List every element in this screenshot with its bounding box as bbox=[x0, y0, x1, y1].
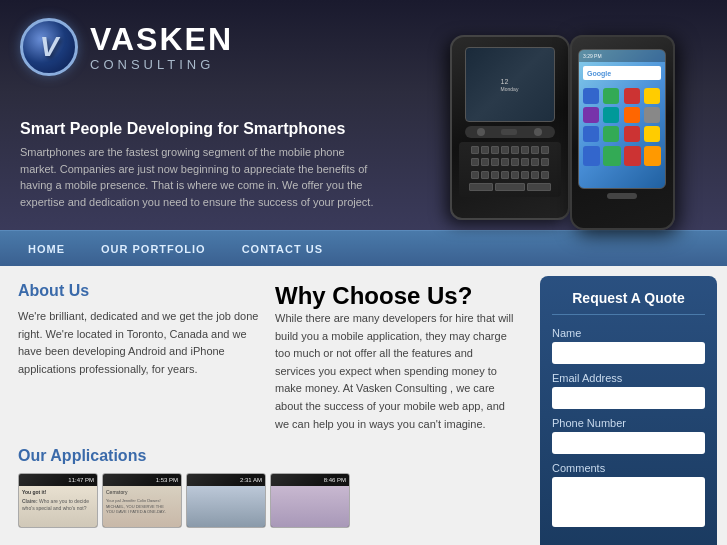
name-label: Name bbox=[552, 327, 705, 339]
app-thumb-inner-2: 1:53 PM Cemstory Your pal Jennifer Colin… bbox=[103, 474, 181, 527]
nav-contact[interactable]: CONTACT US bbox=[224, 231, 341, 267]
app-icon-6 bbox=[603, 107, 619, 123]
app-icon-7 bbox=[624, 107, 640, 123]
email-input[interactable] bbox=[552, 387, 705, 409]
thumb-top-2: 1:53 PM bbox=[103, 474, 181, 486]
comments-label: Comments bbox=[552, 462, 705, 474]
about-section: About Us We're brilliant, dedicated and … bbox=[18, 282, 259, 433]
dock-icon-1 bbox=[583, 146, 600, 166]
thumb-time-1: 11:47 PM bbox=[68, 477, 94, 483]
dock-icon-2 bbox=[603, 146, 620, 166]
app-icon-5 bbox=[583, 107, 599, 123]
email-label: Email Address bbox=[552, 372, 705, 384]
thumb-top-1: 11:47 PM bbox=[19, 474, 97, 486]
dock-icon-3 bbox=[624, 146, 641, 166]
app-thumb-4: 8:46 PM bbox=[270, 473, 350, 528]
nav-portfolio[interactable]: OUR PORTFOLIO bbox=[83, 231, 224, 267]
name-group: Name bbox=[552, 327, 705, 364]
app-icon-10 bbox=[603, 126, 619, 142]
phone-input[interactable] bbox=[552, 432, 705, 454]
comments-textarea[interactable] bbox=[552, 477, 705, 527]
email-group: Email Address bbox=[552, 372, 705, 409]
logo-area: V Vasken Consulting bbox=[20, 18, 233, 76]
app-thumb-inner-1: 11:47 PM You got it! Claire: Who are you… bbox=[19, 474, 97, 527]
apps-heading: Our Applications bbox=[18, 447, 516, 465]
thumb-content-4 bbox=[271, 486, 349, 527]
app-thumb-1: 11:47 PM You got it! Claire: Who are you… bbox=[18, 473, 98, 528]
header-tagline: Smart People Developing for Smartphones bbox=[20, 120, 380, 138]
brand-subtitle: Consulting bbox=[90, 57, 233, 72]
about-text: We're brilliant, dedicated and we get th… bbox=[18, 308, 259, 378]
about-us-section: About Us We're brilliant, dedicated and … bbox=[18, 282, 259, 378]
quote-heading: Request A Quote bbox=[552, 290, 705, 315]
apps-section: Our Applications 11:47 PM You got it! Cl… bbox=[18, 447, 516, 528]
comments-group: Comments bbox=[552, 462, 705, 531]
app-icon-4 bbox=[644, 88, 660, 104]
header: V Vasken Consulting 12Monday bbox=[0, 0, 727, 230]
android-status-bar: 3:29 PM bbox=[579, 50, 665, 62]
thumb-time-2: 1:53 PM bbox=[156, 477, 178, 483]
dock-icon-4 bbox=[644, 146, 661, 166]
main-content: About Us We're brilliant, dedicated and … bbox=[0, 266, 727, 545]
thumb-content-1: You got it! Claire: Who are you to decid… bbox=[19, 486, 97, 527]
app-icon-2 bbox=[603, 88, 619, 104]
phone-label: Phone Number bbox=[552, 417, 705, 429]
app-thumbnails: 11:47 PM You got it! Claire: Who are you… bbox=[18, 473, 516, 528]
brand-text: Vasken Consulting bbox=[90, 23, 233, 72]
app-thumb-2: 1:53 PM Cemstory Your pal Jennifer Colin… bbox=[102, 473, 182, 528]
logo-icon: V bbox=[20, 18, 78, 76]
quote-form: Request A Quote Name Email Address Phone… bbox=[540, 276, 717, 545]
why-section: Why Choose Us? While there are many deve… bbox=[275, 282, 516, 433]
phone-group: Phone Number bbox=[552, 417, 705, 454]
app-grid bbox=[579, 84, 665, 146]
why-text: While there are many developers for hire… bbox=[275, 310, 516, 433]
blackberry-keyboard bbox=[459, 142, 561, 197]
phone-blackberry: 12Monday bbox=[450, 35, 570, 220]
navigation: HOME OUR PORTFOLIO CONTACT US bbox=[0, 230, 727, 266]
about-heading: About Us bbox=[18, 282, 259, 300]
app-icon-11 bbox=[624, 126, 640, 142]
content-left: About Us We're brilliant, dedicated and … bbox=[0, 266, 532, 545]
google-text: Google bbox=[587, 70, 611, 77]
two-column-layout: About Us We're brilliant, dedicated and … bbox=[18, 282, 516, 433]
home-button bbox=[607, 193, 637, 199]
android-search-bar: Google bbox=[583, 66, 661, 80]
header-text: Smart People Developing for Smartphones … bbox=[20, 120, 380, 210]
app-thumb-3: 2:31 AM bbox=[186, 473, 266, 528]
thumb-time-4: 8:46 PM bbox=[324, 477, 346, 483]
app-icon-3 bbox=[624, 88, 640, 104]
thumb-content-2: Cemstory Your pal Jennifer Colin Dawes!M… bbox=[103, 486, 181, 527]
why-heading: Why Choose Us? bbox=[275, 282, 516, 310]
blackberry-screen: 12Monday bbox=[465, 47, 555, 122]
thumb-time-3: 2:31 AM bbox=[240, 477, 262, 483]
brand-name-span: Vasken bbox=[90, 21, 233, 57]
thumb-content-3 bbox=[187, 486, 265, 527]
app-icon-12 bbox=[644, 126, 660, 142]
phone-android: 3:29 PM Google bbox=[570, 35, 675, 230]
why-section-content: Why Choose Us? While there are many deve… bbox=[275, 282, 516, 433]
android-screen: 3:29 PM Google bbox=[578, 49, 666, 189]
app-icon-9 bbox=[583, 126, 599, 142]
app-icon-1 bbox=[583, 88, 599, 104]
nav-home[interactable]: HOME bbox=[10, 231, 83, 267]
phones-illustration: 12Monday bbox=[407, 0, 717, 230]
app-icon-8 bbox=[644, 107, 660, 123]
header-description: Smartphones are the fastest growing segm… bbox=[20, 144, 380, 210]
thumb-top-4: 8:46 PM bbox=[271, 474, 349, 486]
app-thumb-inner-3: 2:31 AM bbox=[187, 474, 265, 527]
sidebar: Request A Quote Name Email Address Phone… bbox=[532, 266, 727, 545]
thumb-top-3: 2:31 AM bbox=[187, 474, 265, 486]
name-input[interactable] bbox=[552, 342, 705, 364]
brand-name: Vasken bbox=[90, 23, 233, 55]
app-thumb-inner-4: 8:46 PM bbox=[271, 474, 349, 527]
